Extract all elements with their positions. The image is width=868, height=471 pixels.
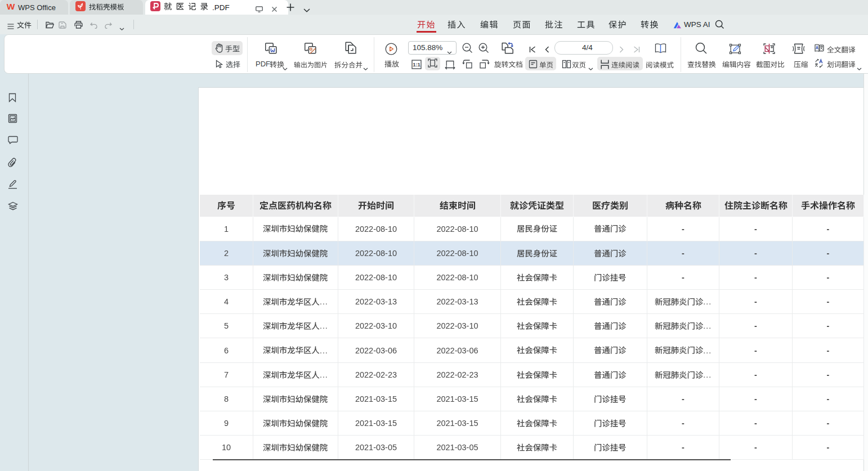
- svg-text:1:1: 1:1: [413, 61, 420, 68]
- svg-text:W: W: [7, 2, 15, 11]
